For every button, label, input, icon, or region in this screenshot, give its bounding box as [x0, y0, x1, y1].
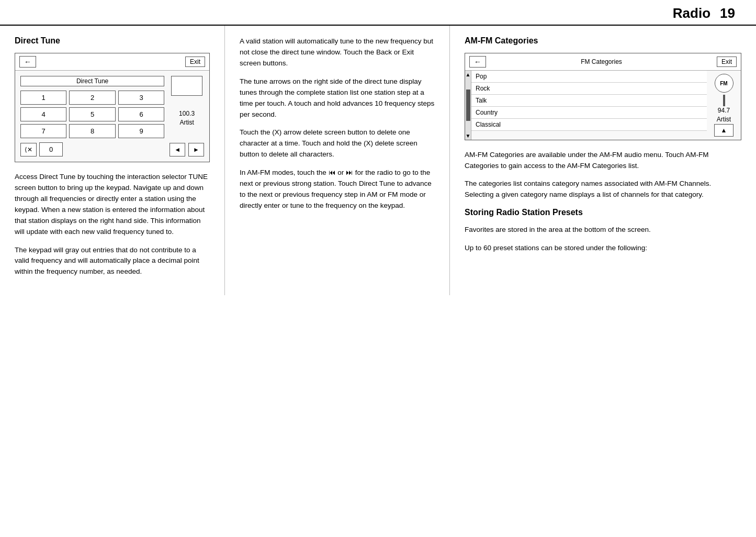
fm-title: FM Categories — [581, 58, 622, 65]
fm-artist: Artist — [717, 115, 731, 124]
fm-frequency: 94.7 — [717, 106, 731, 115]
dt-key-2[interactable]: 2 — [69, 91, 115, 105]
fm-cat-talk[interactable]: Talk — [471, 95, 707, 107]
dt-arrows: ◄ ► — [170, 143, 204, 156]
dt-keypad-area: Direct Tune 1 2 3 4 5 6 7 8 9 ⟨✕ 0 — [20, 76, 164, 156]
fm-list-area: ▲ ▼ Pop Rock Talk Country Classical — [465, 71, 707, 140]
dt-next-button[interactable]: ► — [188, 143, 204, 156]
fm-scroll-up-icon[interactable]: ▲ — [466, 72, 471, 77]
direct-tune-heading: Direct Tune — [15, 36, 210, 46]
dt-key-7[interactable]: 7 — [20, 124, 66, 138]
page-header: Radio 19 — [0, 0, 756, 26]
dt-exit-button[interactable]: Exit — [185, 57, 205, 67]
amfm-para2: The categories list contains category na… — [465, 178, 741, 200]
mid-para3: Touch the (X) arrow delete screen button… — [240, 127, 435, 160]
fm-topbar: ← FM Categories Exit — [465, 53, 741, 71]
dt-artist: Artist — [179, 118, 195, 127]
page-title: Radio — [673, 5, 710, 21]
presets-para1: Favorites are stored in the area at the … — [465, 225, 741, 236]
dt-frequency: 100.3 — [179, 109, 195, 118]
col-right: AM-FM Categories ← FM Categories Exit ▲ … — [450, 26, 756, 295]
amfm-categories-heading: AM-FM Categories — [465, 36, 741, 46]
dt-delete-button[interactable]: ⟨✕ — [20, 143, 37, 156]
mid-para4: In AM-FM modes, touch the ⏮ or ⏭ for the… — [240, 167, 435, 211]
dt-zero-button[interactable]: 0 — [39, 142, 63, 156]
fm-cat-rock[interactable]: Rock — [471, 83, 707, 95]
dt-freq-info: 100.3 Artist — [179, 109, 195, 127]
dt-para2: The keypad will gray out entries that do… — [15, 245, 210, 278]
dt-key-5[interactable]: 5 — [69, 107, 115, 121]
page-number: 19 — [720, 5, 735, 21]
dt-label: Direct Tune — [20, 76, 164, 86]
dt-key-6[interactable]: 6 — [118, 107, 164, 121]
fm-label: FM — [720, 81, 727, 86]
dt-prev-button[interactable]: ◄ — [170, 143, 185, 156]
mid-para1: A valid station will automatically tune … — [240, 36, 435, 69]
dt-display-box — [171, 76, 202, 96]
fm-scroll-thumb — [466, 90, 470, 121]
fm-signal-bar — [723, 95, 725, 106]
mid-para2: The tune arrows on the right side of the… — [240, 76, 435, 120]
fm-right-panel: FM 94.7 Artist ▲ — [707, 71, 741, 140]
dt-body: Direct Tune 1 2 3 4 5 6 7 8 9 ⟨✕ 0 — [15, 71, 209, 162]
fm-scroll-down-icon[interactable]: ▼ — [466, 133, 471, 139]
dt-back-button[interactable]: ← — [19, 56, 36, 68]
fm-category-list: Pop Rock Talk Country Classical — [471, 71, 707, 140]
direct-tune-ui: ← Exit Direct Tune 1 2 3 4 5 6 7 8 9 — [15, 53, 210, 162]
presets-para2: Up to 60 preset stations can be stored u… — [465, 243, 741, 254]
dt-right-panel: 100.3 Artist ◄ ► — [170, 76, 204, 156]
dt-keypad: 1 2 3 4 5 6 7 8 9 — [20, 91, 164, 138]
dt-bottom-row: ⟨✕ 0 — [20, 142, 164, 156]
fm-cat-classical[interactable]: Classical — [471, 119, 707, 131]
fm-cat-country[interactable]: Country — [471, 107, 707, 119]
dt-key-9[interactable]: 9 — [118, 124, 164, 138]
dt-key-3[interactable]: 3 — [118, 91, 164, 105]
main-content: Direct Tune ← Exit Direct Tune 1 2 3 4 5… — [0, 26, 756, 295]
fm-exit-button[interactable]: Exit — [717, 57, 737, 67]
fm-body: ▲ ▼ Pop Rock Talk Country Classical — [465, 71, 741, 140]
dt-key-8[interactable]: 8 — [69, 124, 115, 138]
fm-categories-ui: ← FM Categories Exit ▲ ▼ Pop Rock Talk C… — [465, 53, 741, 140]
fm-back-button[interactable]: ← — [469, 56, 486, 68]
storing-presets-heading: Storing Radio Station Presets — [465, 208, 741, 217]
amfm-para1: AM-FM Categories are available under the… — [465, 150, 741, 172]
fm-freq-info: 94.7 Artist — [717, 106, 731, 124]
dt-key-4[interactable]: 4 — [20, 107, 66, 121]
fm-up-button[interactable]: ▲ — [714, 124, 734, 137]
fm-icon-area: FM — [715, 74, 734, 106]
fm-badge: FM — [715, 74, 734, 93]
fm-cat-pop[interactable]: Pop — [471, 71, 707, 83]
dt-para1: Access Direct Tune by touching the inter… — [15, 172, 210, 238]
col-left: Direct Tune ← Exit Direct Tune 1 2 3 4 5… — [0, 26, 225, 295]
fm-scrollbar: ▲ ▼ — [465, 71, 471, 140]
col-mid: A valid station will automatically tune … — [225, 26, 450, 295]
dt-key-1[interactable]: 1 — [20, 91, 66, 105]
dt-topbar: ← Exit — [15, 53, 209, 71]
